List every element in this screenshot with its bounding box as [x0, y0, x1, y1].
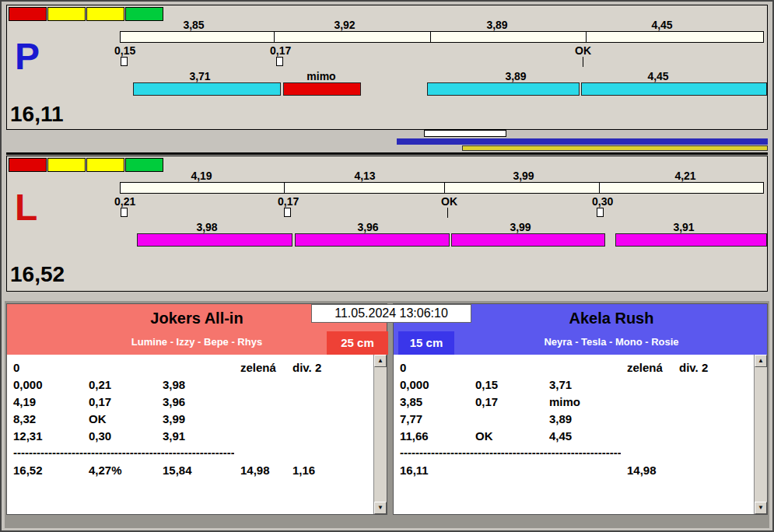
dog-time-label: 3,91	[657, 221, 711, 233]
table-cell: 3,96	[163, 395, 240, 408]
split-progress-bar	[120, 182, 764, 194]
table-cell: 0	[400, 361, 475, 374]
ok-label: OK	[441, 195, 457, 208]
dog-time-label: 4,45	[631, 70, 685, 82]
dog-time-bar	[581, 82, 767, 96]
table-row: 0,000 0,15 3,71	[394, 376, 767, 393]
split-progress-bar	[120, 31, 764, 43]
table-cell: 3,98	[163, 378, 240, 391]
up-arrow-icon: ▲	[377, 357, 383, 364]
table-cell: 12,31	[13, 429, 89, 443]
reaction-time-label: 0,17	[278, 195, 299, 208]
table-cell: OK	[475, 429, 549, 443]
table-cell: 11,66	[400, 429, 475, 443]
reaction-marker	[121, 208, 128, 217]
table-cell: 0,30	[89, 429, 163, 443]
reaction-marker	[121, 57, 128, 66]
table-cell: 16,11	[400, 464, 475, 477]
app-window: 3,85 3,92 3,89 4,45 0,15 0,17 OK P 3,71 …	[0, 0, 774, 532]
table-separator: ----------------------------------------…	[394, 444, 621, 461]
table-separator: ----------------------------------------…	[7, 444, 234, 461]
table-cell: 3,85	[400, 395, 475, 408]
scroll-down-button[interactable]: ▼	[755, 502, 767, 514]
table-cell: 7,77	[400, 412, 475, 425]
vertical-scrollbar[interactable]: ▲ ▼	[373, 355, 387, 514]
reaction-marker	[284, 208, 291, 217]
table-cell: 0,17	[89, 395, 163, 408]
dog-time-label: mimo	[294, 70, 348, 82]
dog-time-bar	[427, 82, 580, 96]
team-members: Neyra - Tesla - Mono - Rosie	[456, 336, 767, 348]
scroll-down-button[interactable]: ▼	[374, 502, 387, 514]
split-time-label: 4,21	[658, 170, 713, 182]
split-divider	[430, 32, 431, 42]
split-time-label: 3,99	[496, 170, 551, 182]
table-cell: 3,71	[549, 378, 627, 391]
split-time-label: 3,92	[317, 19, 372, 31]
start-light-red	[9, 158, 47, 172]
progress-bar-blue	[397, 138, 768, 145]
split-divider	[586, 32, 587, 42]
reaction-marker	[276, 57, 283, 66]
dog-time-label: 3,71	[173, 70, 227, 82]
scroll-up-button[interactable]: ▲	[755, 355, 767, 367]
down-arrow-icon: ▼	[377, 504, 383, 511]
height-category-badge: 15 cm	[398, 331, 454, 355]
reaction-marker	[597, 208, 604, 217]
team-name: Akela Rush	[456, 310, 767, 327]
start-light-red	[9, 7, 47, 21]
height-category-badge: 25 cm	[327, 331, 388, 355]
split-time-label: 4,19	[174, 170, 229, 182]
results-table: 0 zelená div. 2 0,000 0,21 3,98 4,19 0,1…	[7, 355, 387, 514]
lane-letter: P	[15, 38, 40, 75]
progress-bar-outline	[424, 130, 506, 137]
start-lights	[9, 158, 163, 172]
start-light-green	[125, 158, 163, 172]
reaction-time-label: 0,15	[114, 44, 135, 57]
ok-tick	[583, 57, 583, 67]
team-panel-left: Jokers All-in Lumine - Izzy - Bepe - Rhy…	[6, 303, 387, 515]
ok-tick	[447, 208, 448, 218]
table-cell: 3,91	[163, 429, 240, 443]
scroll-up-button[interactable]: ▲	[374, 355, 387, 367]
reaction-time-label: 0,17	[270, 44, 291, 57]
up-arrow-icon: ▲	[758, 357, 764, 364]
split-divider	[444, 183, 445, 193]
vertical-scrollbar[interactable]: ▲ ▼	[754, 355, 767, 514]
table-cell: 0,000	[400, 378, 475, 391]
split-divider	[599, 183, 600, 193]
table-cell: 0,000	[13, 378, 89, 391]
table-cell: 1,16	[292, 464, 387, 477]
dog-time-bar	[451, 233, 605, 247]
table-cell: 4,45	[549, 429, 627, 443]
table-cell: 15,84	[163, 464, 240, 477]
split-time-label: 4,45	[635, 19, 689, 31]
table-cell: 16,52	[13, 464, 89, 477]
table-cell: OK	[89, 412, 163, 425]
table-row: 8,32 OK 3,99	[7, 410, 387, 427]
fault-bar	[283, 82, 361, 96]
lane-total-time: 16,52	[10, 262, 65, 287]
table-cell: 3,89	[549, 412, 627, 425]
table-cell: mimo	[549, 395, 627, 408]
table-cell: zelená	[627, 361, 679, 374]
table-cell: 0,21	[89, 378, 163, 391]
table-row: 0,000 0,21 3,98	[7, 376, 387, 393]
dog-time-bar	[615, 233, 767, 247]
start-light-yellow-2	[86, 7, 124, 21]
table-cell: div. 2	[292, 361, 387, 374]
lane-letter: L	[15, 189, 37, 226]
table-cell: 14,98	[240, 464, 292, 477]
lane-l-panel: 4,19 4,13 3,99 4,21 0,21 0,17 OK 0,30 L …	[6, 156, 768, 292]
dog-time-label: 3,99	[493, 221, 548, 233]
table-cell: 3,99	[163, 412, 240, 425]
table-row: 0 zelená div. 2	[7, 359, 387, 376]
dog-time-bar	[133, 82, 281, 96]
table-cell: 8,32	[13, 412, 89, 425]
results-table: 0 zelená div. 2 0,000 0,15 3,71 3,85 0,1…	[394, 355, 767, 514]
reaction-time-label: 0,30	[592, 195, 613, 208]
down-arrow-icon: ▼	[758, 504, 764, 511]
split-time-label: 3,85	[166, 19, 221, 31]
start-light-yellow-2	[86, 158, 124, 172]
start-lights	[9, 7, 163, 21]
